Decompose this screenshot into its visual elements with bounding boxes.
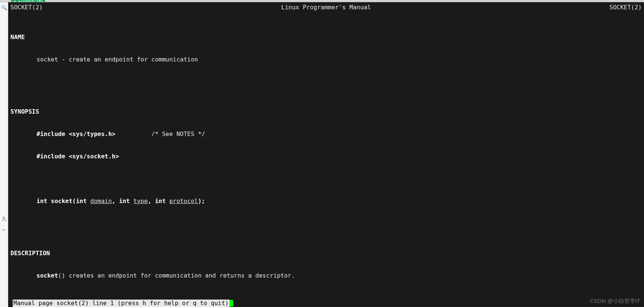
man-content: NAME socket - create an endpoint for com… (8, 19, 644, 307)
section-synopsis-title: SYNOPSIS (10, 108, 642, 115)
search-icon[interactable]: 🔍 (0, 2, 8, 13)
man-header: SOCKET(2) Linux Programmer's Manual SOCK… (8, 4, 644, 11)
section-name-body: socket - create an endpoint for communic… (10, 56, 642, 63)
status-text: Manual page socket(2) line 1 (press h fo… (13, 300, 229, 307)
status-line: Manual page socket(2) line 1 (press h fo… (8, 300, 644, 307)
man-header-right: SOCKET(2) (609, 4, 642, 11)
section-name-title: NAME (10, 34, 642, 41)
tab-label: 1 Linux学习机 (13, 0, 43, 2)
man-header-left: SOCKET(2) (10, 4, 43, 11)
section-description-title: DESCRIPTION (10, 250, 642, 257)
cursor (229, 300, 233, 307)
synopsis-prototype: int socket(int domain, int type, int pro… (10, 197, 642, 205)
terminal-viewport[interactable]: SOCKET(2) Linux Programmer's Manual SOCK… (8, 2, 644, 307)
synopsis-include-2: #include <sys/socket.h> (10, 153, 642, 160)
synopsis-include-1: #include <sys/types.h> /* See NOTES */ (10, 130, 642, 138)
sidebar-item-icon[interactable]: 凡 (0, 214, 8, 224)
sidebar: 🔍 凡 ⋯ (0, 2, 8, 307)
watermark: CSDN @小白苦学IT (590, 297, 640, 305)
man-header-center: Linux Programmer's Manual (281, 4, 371, 11)
sidebar-more-icon[interactable]: ⋯ (0, 224, 8, 235)
tab-active[interactable]: 1 Linux学习机 (11, 0, 45, 2)
desc-line-1: socket() creates an endpoint for communi… (10, 272, 642, 279)
